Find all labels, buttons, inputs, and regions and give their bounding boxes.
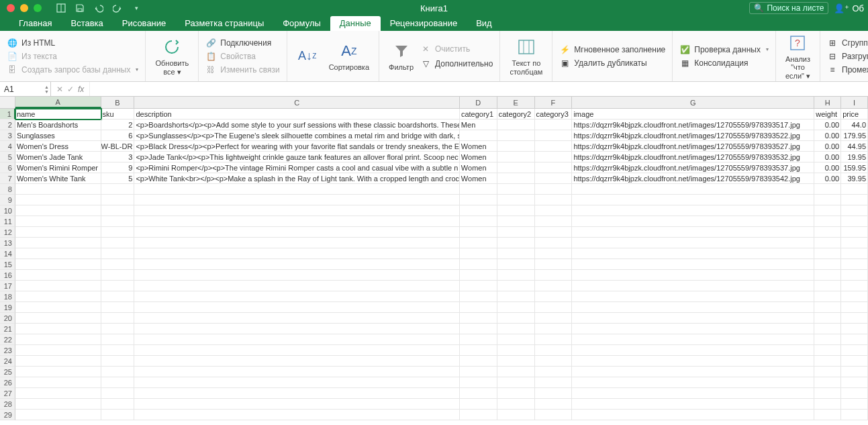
cell[interactable] [15,205,101,216]
cell[interactable] [572,216,814,227]
row-header[interactable]: 15 [0,259,15,270]
cell[interactable] [460,259,497,270]
cell[interactable] [535,410,573,420]
save-icon[interactable] [74,2,86,14]
cell[interactable] [460,270,497,281]
cell[interactable] [15,313,101,324]
cell[interactable] [460,227,497,238]
cell[interactable] [134,410,459,420]
cell[interactable] [814,313,841,324]
cell[interactable]: <p>White Tank<br></p><p>Make a splash in… [134,173,459,184]
row-header[interactable]: 28 [0,399,15,410]
cell[interactable] [814,259,841,270]
cell[interactable] [841,205,868,216]
cell[interactable] [814,205,841,216]
cell[interactable] [497,356,535,367]
row-header[interactable]: 19 [0,302,15,313]
cell[interactable] [841,302,868,313]
tab-рисование[interactable]: Рисование [113,16,175,31]
cell[interactable] [15,356,101,367]
tab-рецензирование[interactable]: Рецензирование [381,16,467,31]
cell[interactable] [572,259,814,270]
cell[interactable] [101,302,135,313]
group-button[interactable]: ⊞Сгруппировать▾ [827,37,868,49]
subtotal-button[interactable]: ≡Промежуточные ито [827,64,868,76]
cell[interactable] [134,302,459,313]
cell[interactable]: 5 [101,173,135,184]
col-header-G[interactable]: G [572,97,814,108]
cell[interactable]: Women [460,141,497,152]
cell[interactable] [535,377,573,388]
cell[interactable]: <p>Black Dress</p><p>Perfect for wearing… [134,141,459,152]
cell[interactable] [497,184,535,195]
cell[interactable] [101,324,135,334]
cell[interactable]: Women's Dress [15,141,101,152]
cell[interactable] [497,367,535,377]
cell[interactable]: https://dqzrr9k4bjpzk.cloudfront.net/ima… [572,162,814,173]
row-header[interactable]: 29 [0,410,15,420]
cell[interactable] [15,248,101,259]
edit-links-button[interactable]: ⛓Изменить связи [205,64,279,76]
cell[interactable] [101,281,135,291]
cell[interactable] [101,205,135,216]
col-header-A[interactable]: A [15,97,101,108]
cell[interactable] [134,238,459,248]
row-header[interactable]: 2 [0,120,15,130]
cell[interactable]: 0.00 [814,141,841,152]
cell[interactable] [15,227,101,238]
cell[interactable] [535,367,573,377]
cell[interactable] [535,152,573,162]
cell[interactable] [134,227,459,238]
cell[interactable]: 6 [101,130,135,141]
cell[interactable] [535,313,573,324]
cell[interactable]: https://dqzrr9k4bjpzk.cloudfront.net/ima… [572,130,814,141]
cell[interactable]: 0.00 [814,152,841,162]
cell[interactable] [572,410,814,420]
row-header[interactable]: 17 [0,281,15,291]
cell[interactable] [841,324,868,334]
text-to-columns-button[interactable]: Текст по столбцам [507,35,545,77]
cell[interactable]: 39.95 [841,173,868,184]
cell[interactable] [814,367,841,377]
cell[interactable]: https://dqzrr9k4bjpzk.cloudfront.net/ima… [572,120,814,130]
col-header-I[interactable]: I [841,97,868,108]
cell[interactable] [134,184,459,195]
minimize-window-button[interactable] [20,4,28,12]
cell[interactable] [535,259,573,270]
cell[interactable]: Women's Jade Tank [15,152,101,162]
search-sheet-input[interactable]: 🔍 Поиск на листе [749,2,828,14]
cell[interactable] [15,377,101,388]
cell[interactable] [497,259,535,270]
cell[interactable] [841,388,868,399]
cell[interactable] [134,259,459,270]
filter-button[interactable]: Фильтр [386,39,416,73]
cell[interactable] [535,216,573,227]
cell[interactable]: 44.95 [841,141,868,152]
cell[interactable] [134,345,459,356]
cell[interactable] [572,205,814,216]
cell[interactable] [15,345,101,356]
cell[interactable] [572,367,814,377]
cancel-formula-icon[interactable]: ✕ [56,85,63,94]
cell[interactable] [814,334,841,345]
cell[interactable]: 159.95 [841,162,868,173]
cell[interactable] [101,291,135,302]
cell[interactable] [535,291,573,302]
cell[interactable] [572,291,814,302]
sort-button[interactable]: AZ Сортировка [326,39,372,73]
cell[interactable]: <p>Sunglasses</p><p>The Eugene's sleek s… [134,130,459,141]
cell[interactable] [814,238,841,248]
namebox-spinner[interactable]: ▲▼ [44,85,49,94]
cell[interactable]: <p>Rimini Romper</p><p>The vintage Rimin… [134,162,459,173]
cell[interactable] [572,281,814,291]
remove-duplicates-button[interactable]: ▣Удалить дубликаты [559,57,665,69]
cell[interactable] [134,367,459,377]
cell[interactable]: weight [814,109,841,120]
cell[interactable]: Women [460,162,497,173]
cell[interactable] [814,324,841,334]
cell[interactable] [572,356,814,367]
cell[interactable]: 0.00 [814,120,841,130]
cell[interactable] [15,259,101,270]
ungroup-button[interactable]: ⊟Разгруппировать▾ [827,50,868,62]
cell[interactable] [460,410,497,420]
